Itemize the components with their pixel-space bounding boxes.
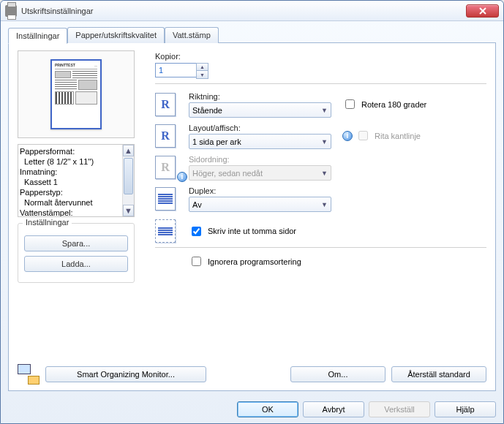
paper-info-body: Pappersformat: Letter (8 1/2'' x 11'') I… — [18, 145, 122, 216]
page-preview: PRINTTEST— — [18, 50, 135, 138]
layout-select[interactable]: 1 sida per ark ▼ — [189, 134, 331, 149]
apply-button: Verkställ — [369, 401, 430, 417]
tabstrip: Inställningar Papper/utskriftskvalitet V… — [8, 27, 496, 43]
tabpanel: PRINTTEST— Pappersformat: Letter (8 1/2'… — [8, 42, 496, 391]
duplex-select[interactable]: Av ▼ — [189, 197, 331, 212]
duplex-icon — [155, 187, 176, 211]
chevron-down-icon: ▼ — [321, 170, 328, 177]
close-icon — [479, 7, 486, 15]
paper-info-list: Pappersformat: Letter (8 1/2'' x 11'') I… — [18, 144, 135, 217]
window-title: Utskriftsinställningar — [21, 7, 466, 15]
rotate-180-input[interactable] — [345, 99, 355, 109]
skip-blank-icon — [155, 219, 176, 243]
page-order-select: Höger, sedan nedåt ▼ — [189, 165, 331, 181]
restore-defaults-button[interactable]: Återställ standard — [391, 366, 486, 382]
bottom-row: Smart Organizing Monitor... Om... Återst… — [18, 360, 486, 385]
window-frame: Utskriftsinställningar Inställningar Pap… — [0, 0, 504, 424]
rotate-180-label: Rotera 180 grader — [361, 100, 426, 109]
draw-border-checkbox: Rita kantlinje — [356, 129, 421, 143]
page-order-icon: R — [155, 156, 176, 179]
som-icon — [18, 364, 40, 385]
rotate-180-checkbox[interactable]: Rotera 180 grader — [342, 97, 486, 111]
copies-spinner[interactable]: ▲ ▼ — [155, 63, 208, 79]
info-icon: i — [177, 172, 187, 182]
settings-group: Inställningar Spara... Ladda... — [18, 223, 135, 283]
ignore-sort-checkbox[interactable]: Ignorera programsortering — [189, 254, 486, 268]
settings-legend: Inställningar — [23, 218, 72, 227]
right-column: Kopior: ▲ ▼ R — [142, 50, 486, 283]
close-button[interactable] — [466, 4, 499, 18]
preview-headline: PRINTTEST — [55, 64, 75, 69]
save-button[interactable]: Spara... — [24, 235, 128, 251]
info-paper-type-label: Papperstyp: — [20, 187, 121, 197]
info-watermark-label: Vattenstämpel: — [20, 208, 121, 216]
copies-label: Kopior: — [155, 52, 486, 61]
preview-page: PRINTTEST— — [50, 59, 102, 129]
som-button[interactable]: Smart Organizing Monitor... — [45, 366, 206, 382]
about-button[interactable]: Om... — [290, 366, 385, 382]
scroll-down-button[interactable]: ▼ — [123, 205, 134, 216]
printer-icon — [5, 5, 17, 17]
scroll-thumb[interactable] — [124, 158, 133, 194]
info-input-label: Inmatning: — [20, 167, 121, 177]
scroll-up-button[interactable]: ▲ — [123, 145, 134, 156]
ok-button[interactable]: OK — [237, 401, 298, 417]
info-scrollbar[interactable]: ▲ ▼ — [122, 145, 134, 216]
chevron-down-icon: ▼ — [321, 138, 328, 145]
left-column: PRINTTEST— Pappersformat: Letter (8 1/2'… — [18, 50, 142, 283]
info-paper-type-value: Normalt återvunnet — [20, 197, 121, 208]
copies-down[interactable]: ▼ — [197, 71, 208, 78]
titlebar: Utskriftsinställningar — [1, 1, 503, 21]
info-input-value: Kassett 1 — [20, 177, 121, 187]
page-order-label: Sidordning: — [189, 155, 335, 164]
tab-watermark[interactable]: Vatt.stämp — [165, 27, 219, 43]
page-order-value: Höger, sedan nedåt — [192, 169, 263, 178]
copies-up[interactable]: ▲ — [197, 64, 208, 71]
chevron-down-icon: ▼ — [321, 107, 328, 114]
copies-input[interactable] — [155, 63, 196, 77]
tab-paper-quality[interactable]: Papper/utskriftskvalitet — [67, 27, 165, 43]
info-icon: i — [342, 131, 353, 141]
layout-icon: R — [155, 124, 176, 148]
orientation-icon: R — [155, 93, 176, 116]
dialog-buttons: OK Avbryt Verkställ Hjälp — [1, 395, 503, 423]
duplex-label: Duplex: — [189, 186, 335, 195]
skip-blank-input[interactable] — [192, 227, 201, 236]
draw-border-label: Rita kantlinje — [375, 132, 421, 140]
separator-1 — [155, 83, 486, 85]
info-paper-size-value: Letter (8 1/2'' x 11'') — [20, 156, 121, 167]
ignore-sort-label: Ignorera programsortering — [208, 257, 301, 266]
layout-label: Layout/affisch: — [189, 124, 335, 132]
orientation-label: Riktning: — [189, 92, 335, 101]
info-paper-size-label: Pappersformat: — [20, 146, 121, 156]
chevron-down-icon: ▼ — [321, 201, 328, 208]
load-button[interactable]: Ladda... — [24, 256, 128, 272]
ignore-sort-input[interactable] — [192, 257, 201, 266]
help-button[interactable]: Hjälp — [435, 401, 496, 417]
cancel-button[interactable]: Avbryt — [303, 401, 364, 417]
scroll-track[interactable] — [123, 156, 134, 205]
orientation-select[interactable]: Stående ▼ — [189, 102, 331, 118]
separator-2 — [155, 247, 486, 249]
orientation-value: Stående — [192, 106, 222, 115]
content-area: Inställningar Papper/utskriftskvalitet V… — [1, 21, 503, 395]
layout-value: 1 sida per ark — [192, 137, 241, 146]
tab-settings[interactable]: Inställningar — [8, 28, 67, 44]
skip-blank-label: Skriv inte ut tomma sidor — [208, 227, 296, 235]
top-area: PRINTTEST— Pappersformat: Letter (8 1/2'… — [18, 50, 486, 283]
draw-border-input — [358, 131, 368, 140]
duplex-value: Av — [192, 200, 202, 209]
skip-blank-checkbox[interactable]: Skriv inte ut tomma sidor — [189, 224, 486, 238]
